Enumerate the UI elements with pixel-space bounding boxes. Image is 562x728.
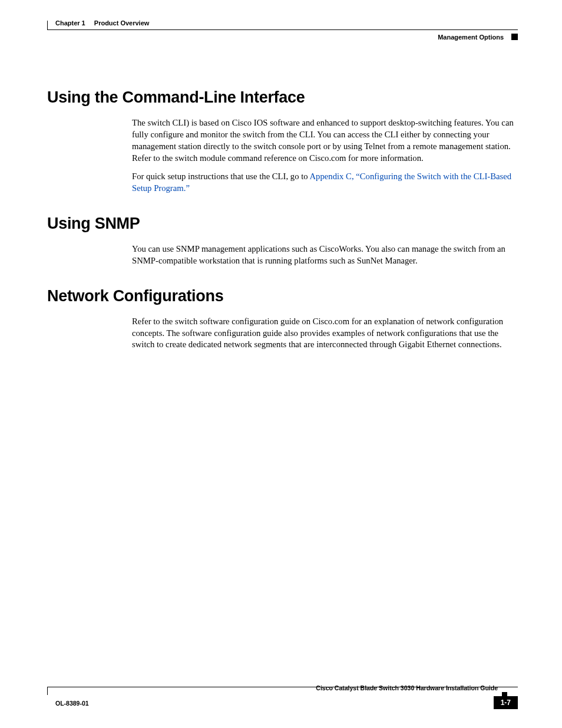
page-number: 1-7 (494, 696, 518, 709)
section-snmp-body: You can use SNMP management applications… (132, 243, 518, 267)
section-netconf-body: Refer to the switch software configurati… (132, 316, 518, 351)
footer-doc-number: OL-8389-01 (55, 700, 89, 707)
header-square-icon (511, 34, 518, 40)
header-chapter: Chapter 1 Product Overview (55, 19, 149, 27)
running-header: Chapter 1 Product Overview Management Op… (47, 21, 518, 56)
cli-paragraph-1: The switch CLI) is based on Cisco IOS so… (132, 117, 518, 164)
chapter-label: Chapter 1 (55, 19, 85, 27)
netconf-paragraph-1: Refer to the switch software configurati… (132, 316, 518, 351)
page: Chapter 1 Product Overview Management Op… (0, 0, 562, 728)
content: Using the Command-Line Interface The swi… (47, 88, 518, 351)
snmp-paragraph-1: You can use SNMP management applications… (132, 243, 518, 267)
cli-p2-pre: For quick setup instructions that use th… (132, 172, 309, 181)
heading-snmp: Using SNMP (47, 215, 518, 233)
header-section: Management Options (438, 34, 504, 41)
cli-paragraph-2: For quick setup instructions that use th… (132, 171, 518, 195)
heading-netconf: Network Configurations (47, 287, 518, 305)
chapter-title: Product Overview (94, 19, 150, 27)
section-cli-body: The switch CLI) is based on Cisco IOS so… (132, 117, 518, 195)
footer-rule (47, 687, 518, 695)
heading-cli: Using the Command-Line Interface (47, 88, 518, 107)
